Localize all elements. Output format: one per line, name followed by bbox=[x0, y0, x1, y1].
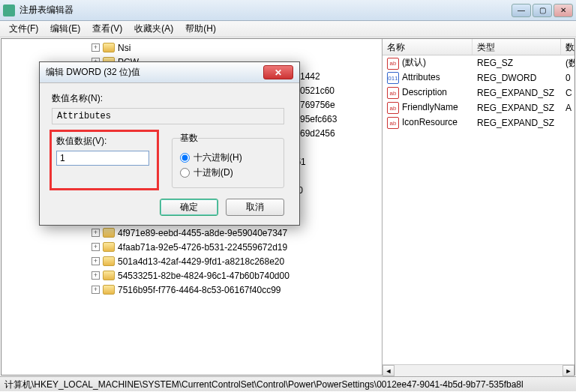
app-icon bbox=[3, 4, 15, 16]
string-value-icon: ab bbox=[387, 87, 399, 99]
expand-icon[interactable]: + bbox=[92, 229, 100, 237]
value-data-input[interactable] bbox=[56, 151, 149, 166]
edit-dword-dialog: 编辑 DWORD (32 位)值 ✕ 数值名称(N): Attributes 数… bbox=[39, 61, 300, 226]
string-value-icon: ab bbox=[387, 117, 399, 129]
expand-icon[interactable]: + bbox=[92, 243, 100, 251]
statusbar: 计算机\HKEY_LOCAL_MACHINE\SYSTEM\CurrentCon… bbox=[0, 376, 576, 391]
list-row[interactable]: abDescriptionREG_EXPAND_SZC bbox=[382, 85, 574, 100]
menu-favorites[interactable]: 收藏夹(A) bbox=[128, 21, 179, 37]
value-name: Description bbox=[402, 87, 447, 97]
value-name-label: 数值名称(N): bbox=[52, 92, 287, 105]
list-row[interactable]: ab(默认)REG_SZ(数 bbox=[382, 55, 574, 70]
tree-node[interactable]: +4faab71a-92e5-4726-b531-224559672d19 bbox=[2, 240, 382, 254]
ok-button[interactable]: 确定 bbox=[160, 199, 218, 216]
radix-hex-option[interactable]: 十六进制(H) bbox=[180, 151, 276, 164]
value-type: REG_EXPAND_SZ bbox=[472, 103, 561, 113]
scroll-left-button[interactable]: ◄ bbox=[382, 365, 394, 375]
expand-icon[interactable]: + bbox=[92, 43, 100, 52]
binary-value-icon: 011 bbox=[387, 72, 399, 84]
expand-icon[interactable]: + bbox=[92, 257, 100, 265]
tree-node[interactable]: +7516b95f-f776-4464-8c53-06167f40cc99 bbox=[2, 283, 382, 297]
col-header-name[interactable]: 名称 bbox=[382, 39, 472, 55]
folder-icon bbox=[103, 285, 115, 295]
window-title: 注册表编辑器 bbox=[20, 4, 512, 16]
folder-icon bbox=[103, 228, 115, 238]
value-type: REG_DWORD bbox=[472, 73, 561, 83]
folder-icon bbox=[103, 271, 115, 280]
tree-node[interactable]: +Nsi bbox=[2, 40, 382, 55]
dialog-close-button[interactable]: ✕ bbox=[263, 65, 293, 79]
folder-icon bbox=[103, 43, 115, 52]
col-header-type[interactable]: 类型 bbox=[472, 39, 561, 55]
radix-dec-option[interactable]: 十进制(D) bbox=[180, 166, 276, 179]
menu-edit[interactable]: 编辑(E) bbox=[44, 21, 86, 37]
tree-node-label[interactable]: 501a4d13-42af-4429-9fd1-a8218c268e20 bbox=[118, 256, 284, 267]
tree-node[interactable]: +501a4d13-42af-4429-9fd1-a8218c268e20 bbox=[2, 254, 382, 268]
menubar: 文件(F) 编辑(E) 查看(V) 收藏夹(A) 帮助(H) bbox=[0, 21, 576, 37]
list-row[interactable]: abFriendlyNameREG_EXPAND_SZA bbox=[382, 100, 574, 115]
value-type: REG_EXPAND_SZ bbox=[472, 118, 561, 128]
radix-dec-radio[interactable] bbox=[180, 168, 190, 178]
value-name: FriendlyName bbox=[402, 102, 458, 112]
dialog-titlebar[interactable]: 编辑 DWORD (32 位)值 ✕ bbox=[40, 62, 299, 83]
scroll-right-button[interactable]: ► bbox=[562, 365, 574, 375]
window-titlebar: 注册表编辑器 — ▢ ✕ bbox=[0, 0, 576, 21]
value-name: IconResource bbox=[402, 117, 458, 127]
menu-view[interactable]: 查看(V) bbox=[86, 21, 128, 37]
list-pane[interactable]: 名称 类型 数 ab(默认)REG_SZ(数011AttributesREG_D… bbox=[382, 39, 574, 375]
value-type: REG_EXPAND_SZ bbox=[472, 88, 561, 98]
menu-file[interactable]: 文件(F) bbox=[3, 21, 44, 37]
list-header: 名称 类型 数 bbox=[382, 39, 574, 55]
radix-hex-radio[interactable] bbox=[180, 153, 190, 163]
cancel-button[interactable]: 取消 bbox=[226, 199, 284, 216]
tree-node-label[interactable]: 0521c60 bbox=[300, 85, 334, 96]
value-data: 0 bbox=[561, 73, 574, 83]
tree-node-label[interactable]: 54533251-82be-4824-96c1-47b60b740d00 bbox=[118, 271, 290, 281]
list-scrollbar-h[interactable]: ◄ ► bbox=[382, 364, 574, 375]
list-row[interactable]: 011AttributesREG_DWORD0 bbox=[382, 70, 574, 85]
dialog-title: 编辑 DWORD (32 位)值 bbox=[46, 66, 263, 79]
tree-node-label[interactable]: 4faab71a-92e5-4726-b531-224559672d19 bbox=[118, 242, 287, 253]
value-name: Attributes bbox=[402, 72, 440, 82]
value-data: A bbox=[561, 103, 574, 113]
base-legend: 基数 bbox=[180, 132, 198, 145]
tree-node-label[interactable]: 4f971e89-eebd-4455-a8de-9e59040e7347 bbox=[118, 228, 287, 238]
expand-icon[interactable]: + bbox=[92, 286, 100, 294]
tree-node-label[interactable]: 7516b95f-f776-4464-8c53-06167f40cc99 bbox=[118, 285, 281, 295]
radix-hex-label: 十六进制(H) bbox=[194, 151, 242, 164]
folder-icon bbox=[103, 242, 115, 252]
folder-icon bbox=[103, 256, 115, 266]
tree-node-label[interactable]: 69d2456 bbox=[300, 128, 335, 139]
minimize-button[interactable]: — bbox=[512, 4, 531, 17]
value-name-field: Attributes bbox=[52, 108, 284, 124]
value-data-label: 数值数据(V): bbox=[56, 135, 152, 148]
tree-node-label[interactable]: 1442 bbox=[300, 71, 320, 82]
value-name: (默认) bbox=[402, 57, 426, 67]
maximize-button[interactable]: ▢ bbox=[532, 4, 552, 17]
list-row[interactable]: abIconResourceREG_EXPAND_SZ bbox=[382, 115, 574, 130]
tree-node-label[interactable]: 769756e bbox=[300, 100, 335, 110]
string-value-icon: ab bbox=[387, 58, 399, 70]
value-type: REG_SZ bbox=[472, 58, 561, 68]
base-fieldset: 基数 十六进制(H) 十进制(D) bbox=[172, 132, 284, 188]
tree-node[interactable]: +54533251-82be-4824-96c1-47b60b740d00 bbox=[2, 268, 382, 283]
tree-node-label[interactable]: 95efc663 bbox=[300, 114, 337, 124]
expand-icon[interactable]: + bbox=[92, 271, 100, 280]
tree-node-label[interactable]: Nsi bbox=[118, 43, 130, 53]
value-data: C bbox=[561, 88, 574, 98]
radix-dec-label: 十进制(D) bbox=[194, 166, 233, 179]
tree-node[interactable]: +4f971e89-eebd-4455-a8de-9e59040e7347 bbox=[2, 226, 382, 240]
col-header-data[interactable]: 数 bbox=[561, 39, 574, 55]
menu-help[interactable]: 帮助(H) bbox=[179, 21, 222, 37]
value-data: (数 bbox=[561, 57, 574, 70]
scroll-track[interactable] bbox=[394, 365, 562, 375]
string-value-icon: ab bbox=[387, 102, 399, 114]
close-button[interactable]: ✕ bbox=[554, 4, 573, 17]
